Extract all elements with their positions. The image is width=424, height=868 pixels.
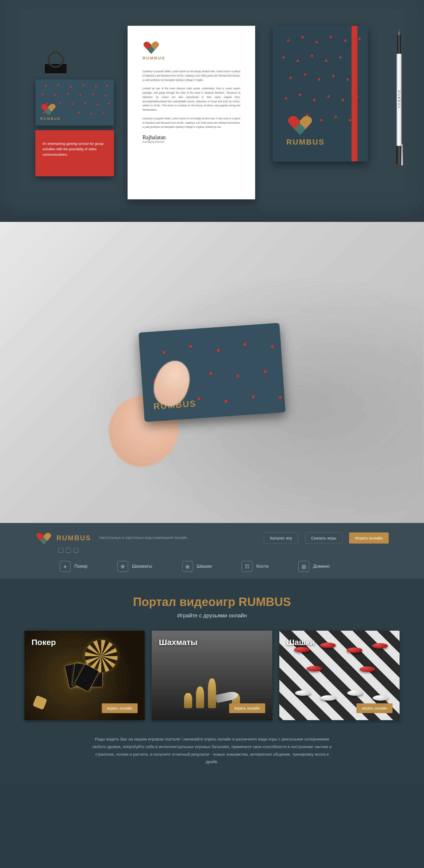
play-button[interactable]: играть онлайн — [357, 703, 393, 713]
binder-clip — [45, 52, 66, 78]
logo: RUMBUS — [142, 39, 165, 60]
website-mock: RUMBUS Настольные и карточные игры компа… — [0, 523, 424, 784]
pen: RUMBUS — [396, 27, 402, 168]
game-title: Шахматы — [159, 638, 265, 647]
play-online-button[interactable]: Играть онлайн — [349, 532, 389, 544]
game-nav: ♠Покер ♚Шахматы ◉Шашки ⚄Кости ▦Домино — [60, 553, 389, 579]
business-card-front: RUMBUS — [35, 80, 114, 126]
checkers-icon: ◉ — [182, 561, 193, 572]
tagline: Настольные и карточные игры компанией он… — [100, 535, 187, 540]
social-icons — [58, 548, 389, 553]
game-card-chess[interactable]: Шахматы играть онлайн — [152, 631, 272, 720]
brand-name: RUMBUS — [56, 534, 91, 542]
nav-dice[interactable]: ⚄Кости — [242, 561, 268, 572]
game-card-checkers[interactable]: Шашки играть онлайн — [279, 631, 400, 720]
hero-subtitle: Играйте с друзьями онлайн — [0, 613, 424, 619]
nav-checkers[interactable]: ◉Шашки — [182, 561, 212, 572]
notebook: RUMBUS — [273, 26, 368, 161]
hand-card-photo: RUMBUS — [0, 222, 424, 523]
vk-icon[interactable] — [66, 548, 71, 553]
welcome-text: Рады видеть Вас на нашем игровом портале… — [79, 735, 345, 766]
dice-icon: ⚄ — [242, 561, 252, 572]
brand-name: RUMBUS — [286, 138, 324, 147]
play-button[interactable]: играть онлайн — [102, 703, 138, 713]
letter-paragraph: Contrary to popular belief, Lorem Ipsum … — [142, 69, 240, 82]
nav-chess[interactable]: ♚Шахматы — [117, 561, 152, 572]
logo: RUMBUS — [286, 112, 324, 147]
letter-paragraph: Contrary to popular belief, Lorem Ipsum … — [142, 117, 240, 129]
hero-title: Портал видеоигр RUMBUS — [0, 595, 424, 609]
signature-block: Rajhalatan managing director — [142, 134, 240, 143]
chess-icon: ♚ — [117, 561, 128, 572]
download-button[interactable]: Скачать игры — [305, 532, 343, 544]
letterhead: RUMBUS Contrary to popular belief, Lorem… — [128, 26, 255, 199]
instagram-icon[interactable] — [74, 548, 79, 553]
logo — [35, 531, 52, 545]
business-card-back: An entertaining gaming service for group… — [35, 130, 114, 176]
game-title: Шашки — [286, 638, 393, 647]
cards-icon: ♠ — [60, 561, 70, 572]
site-header: RUMBUS Настольные и карточные игры компа… — [0, 523, 424, 579]
letter-paragraph: Looked up one of the more obscure Latin … — [142, 87, 240, 112]
stationery-mockup: RUMBUS An entertaining gaming service fo… — [0, 0, 424, 222]
game-grid: Покер играть онлайн Шахматы играть онлай… — [0, 631, 424, 720]
pen-brand: RUMBUS — [398, 91, 401, 109]
nav-poker[interactable]: ♠Покер — [60, 561, 87, 572]
facebook-icon[interactable] — [58, 548, 63, 553]
notebook-strap — [351, 26, 358, 161]
card-back-text: An entertaining gaming service for group… — [43, 141, 107, 157]
catalog-button[interactable]: Каталог игр — [264, 532, 298, 544]
signature-name: Rajhalatan — [142, 134, 240, 141]
game-card-poker[interactable]: Покер играть онлайн — [24, 631, 145, 720]
signature-title: managing director — [142, 141, 240, 143]
brand-name: RUMBUS — [40, 117, 60, 121]
play-button[interactable]: играть онлайн — [229, 703, 265, 713]
logo: RUMBUS — [40, 102, 60, 121]
brand-block: RUMBUS Настольные и карточные игры компа… — [35, 531, 257, 545]
domino-icon: ▦ — [298, 561, 309, 572]
nav-domino[interactable]: ▦Домино — [298, 561, 330, 572]
brand-name: RUMBUS — [142, 56, 165, 60]
hero: Портал видеоигр RUMBUS Играйте с друзьям… — [0, 579, 424, 631]
game-title: Покер — [31, 638, 138, 647]
